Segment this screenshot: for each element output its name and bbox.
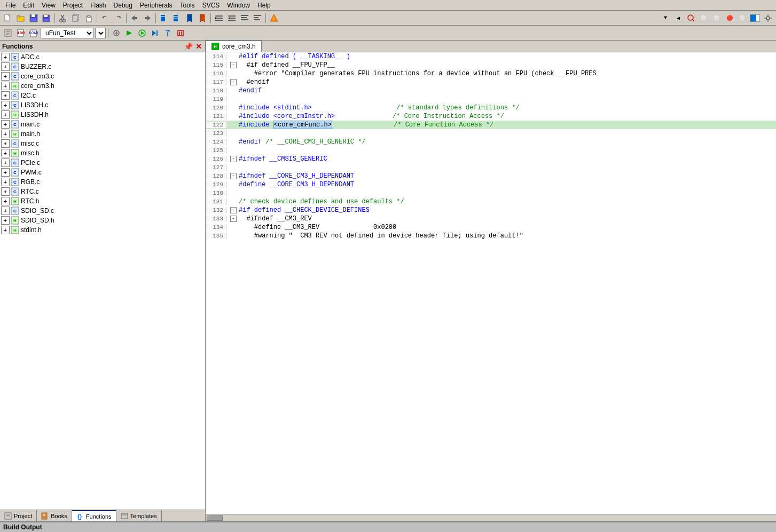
tree-expand-icon[interactable]: + bbox=[1, 149, 10, 157]
panel-pin-icon[interactable]: 📌 bbox=[184, 42, 192, 51]
search-prev[interactable]: ◀ bbox=[672, 12, 684, 24]
tree-item[interactable]: +Hstdint.h bbox=[0, 225, 205, 235]
tree-expand-icon[interactable]: + bbox=[1, 72, 10, 81]
search-icon[interactable] bbox=[685, 12, 697, 24]
tree-expand-icon[interactable]: + bbox=[1, 120, 10, 129]
save-button[interactable] bbox=[28, 12, 40, 24]
fold-icon[interactable]: - bbox=[230, 207, 237, 213]
bookmark1-button[interactable] bbox=[158, 12, 170, 24]
tree-item[interactable]: +CPWM.c bbox=[0, 168, 205, 177]
circle1[interactable]: ⚪ bbox=[698, 12, 710, 24]
undo-button[interactable] bbox=[99, 12, 111, 24]
tree-expand-icon[interactable]: + bbox=[1, 178, 10, 186]
tb2-load[interactable] bbox=[123, 27, 135, 39]
menu-file[interactable]: File bbox=[2, 1, 19, 10]
target-dropdown2[interactable] bbox=[95, 28, 106, 38]
tab-functions[interactable]: {} Functions bbox=[72, 510, 116, 521]
tree-expand-icon[interactable]: + bbox=[1, 168, 10, 177]
tb2-btn3[interactable]: LOAD bbox=[28, 27, 40, 39]
bookmark2-button[interactable] bbox=[171, 12, 183, 24]
tree-expand-icon[interactable]: + bbox=[1, 82, 10, 90]
code-editor[interactable]: 114#elif defined ( __TASKING__ )115- #if… bbox=[206, 52, 776, 514]
tree-item[interactable]: +CSDIO_SD.c bbox=[0, 206, 205, 216]
tree-item[interactable]: +CPCIe.c bbox=[0, 158, 205, 168]
functions-tree[interactable]: +CADC.c+CBUZZER.c+Ccore_cm3.c+Hcore_cm3.… bbox=[0, 52, 205, 510]
tree-item[interactable]: +Cmisc.c bbox=[0, 139, 205, 148]
tree-item[interactable]: +CI2C.c bbox=[0, 91, 205, 100]
menu-help[interactable]: Help bbox=[254, 1, 274, 10]
tree-expand-icon[interactable]: + bbox=[1, 226, 10, 234]
tree-expand-icon[interactable]: + bbox=[1, 197, 10, 205]
tb2-btn2[interactable]: 180 bbox=[15, 27, 27, 39]
menu-tools[interactable]: Tools bbox=[177, 1, 198, 10]
tb2-step[interactable] bbox=[149, 27, 161, 39]
tree-expand-icon[interactable]: + bbox=[1, 158, 10, 167]
circle2[interactable]: ⚪ bbox=[711, 12, 723, 24]
panel-close-icon[interactable]: ✕ bbox=[194, 42, 203, 51]
tree-item[interactable]: +CRGB.c bbox=[0, 177, 205, 187]
back-button[interactable] bbox=[129, 12, 140, 24]
menu-flash[interactable]: Flash bbox=[87, 1, 109, 10]
bookmark4-button[interactable] bbox=[197, 12, 208, 24]
fold-icon[interactable]: - bbox=[230, 79, 237, 85]
tree-item[interactable]: +CRTC.c bbox=[0, 187, 205, 196]
tree-item[interactable]: +Hmain.h bbox=[0, 129, 205, 139]
tree-expand-icon[interactable]: + bbox=[1, 216, 10, 225]
tree-expand-icon[interactable]: + bbox=[1, 91, 10, 100]
tree-expand-icon[interactable]: + bbox=[1, 101, 10, 109]
cut-button[interactable] bbox=[57, 12, 69, 24]
format2-button[interactable] bbox=[252, 12, 263, 24]
tree-item[interactable]: +CBUZZER.c bbox=[0, 62, 205, 72]
dropdown-arrow[interactable]: ▼ bbox=[660, 12, 671, 24]
tab-project[interactable]: Project bbox=[0, 510, 37, 521]
fold-icon[interactable]: - bbox=[230, 216, 237, 222]
tb2-step-over[interactable] bbox=[162, 27, 174, 39]
tree-item[interactable]: +CLIS3DH.c bbox=[0, 100, 205, 110]
menu-peripherals[interactable]: Peripherals bbox=[137, 1, 176, 10]
save-all-button[interactable] bbox=[41, 12, 52, 24]
tree-item[interactable]: +HRTC.h bbox=[0, 196, 205, 206]
open-button[interactable] bbox=[15, 12, 27, 24]
new-button[interactable] bbox=[2, 12, 14, 24]
tab-templates[interactable]: Templates bbox=[116, 510, 162, 521]
horizontal-scrollbar[interactable] bbox=[206, 514, 776, 521]
tb2-run[interactable] bbox=[136, 27, 148, 39]
build-button[interactable]: ! bbox=[268, 12, 280, 24]
tree-expand-icon[interactable]: + bbox=[1, 130, 10, 138]
menu-svcs[interactable]: SVCS bbox=[199, 1, 223, 10]
format-button[interactable] bbox=[239, 12, 250, 24]
tree-expand-icon[interactable]: + bbox=[1, 62, 10, 71]
redo-button[interactable] bbox=[112, 12, 124, 24]
tree-item[interactable]: +HSDIO_SD.h bbox=[0, 216, 205, 225]
fold-icon[interactable]: - bbox=[230, 173, 237, 179]
tb2-options[interactable] bbox=[111, 27, 122, 39]
tree-expand-icon[interactable]: + bbox=[1, 187, 10, 196]
view-toggle[interactable] bbox=[749, 12, 761, 24]
tree-item[interactable]: +Cmain.c bbox=[0, 120, 205, 129]
tab-books[interactable]: Books bbox=[37, 510, 72, 521]
menu-project[interactable]: Project bbox=[60, 1, 86, 10]
menu-debug[interactable]: Debug bbox=[111, 1, 136, 10]
tb2-stop[interactable] bbox=[175, 27, 186, 39]
tree-item[interactable]: +Hmisc.h bbox=[0, 148, 205, 158]
copy-button[interactable] bbox=[70, 12, 82, 24]
tree-item[interactable]: +CADC.c bbox=[0, 52, 205, 62]
tree-expand-icon[interactable]: + bbox=[1, 139, 10, 148]
paste-button[interactable] bbox=[83, 12, 95, 24]
indent-button[interactable] bbox=[213, 12, 225, 24]
fold-icon[interactable]: - bbox=[230, 156, 237, 162]
settings-icon[interactable] bbox=[762, 12, 774, 24]
tree-expand-icon[interactable]: + bbox=[1, 207, 10, 215]
tree-expand-icon[interactable]: + bbox=[1, 53, 10, 61]
menu-edit[interactable]: Edit bbox=[20, 1, 37, 10]
tree-item[interactable]: +HLIS3DH.h bbox=[0, 110, 205, 120]
menu-view[interactable]: View bbox=[38, 1, 59, 10]
circle3[interactable]: 🔴 bbox=[724, 12, 735, 24]
tb2-btn1[interactable] bbox=[2, 27, 14, 39]
tree-item[interactable]: +Ccore_cm3.c bbox=[0, 72, 205, 81]
bookmark3-button[interactable] bbox=[184, 12, 195, 24]
fold-icon[interactable]: - bbox=[230, 62, 237, 68]
menu-window[interactable]: Window bbox=[224, 1, 253, 10]
forward-button[interactable] bbox=[142, 12, 153, 24]
target-dropdown[interactable]: uFun_Test bbox=[41, 28, 94, 38]
